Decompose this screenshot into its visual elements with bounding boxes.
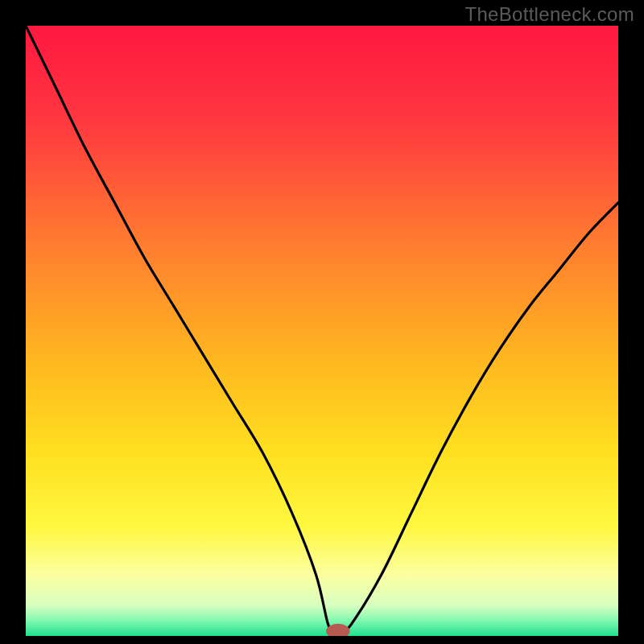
bottleneck-chart — [26, 26, 618, 636]
watermark-text: TheBottleneck.com — [464, 3, 634, 26]
chart-background — [26, 26, 618, 636]
chart-frame: TheBottleneck.com — [0, 0, 644, 644]
